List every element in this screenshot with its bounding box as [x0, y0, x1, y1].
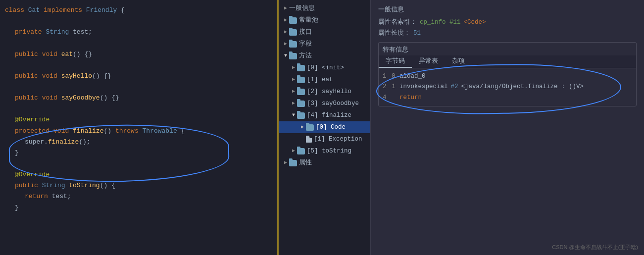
code-line [0, 16, 277, 27]
expand-arrow: ▶ [290, 148, 297, 154]
tree-item-interface[interactable]: ▶ 接口 [279, 26, 370, 38]
code-line: } [0, 148, 277, 158]
plain: () {} [100, 93, 119, 103]
bc-line-num: 4 [383, 93, 389, 103]
annotation: @Override [15, 170, 50, 180]
tab-exception-table[interactable]: 异常表 [412, 55, 445, 68]
tree-item-code[interactable]: ▶ [0] Code [279, 121, 370, 133]
bc-comment: <java/lang/Object.finalize : ()V> [461, 82, 584, 92]
attr-index-code: <Code> [464, 19, 486, 26]
tree-item-sayhello[interactable]: ▶ [2] sayHello [279, 86, 370, 98]
tree-item-methods[interactable]: ▼ 方法 [279, 50, 370, 62]
method-name: sayGoodbye [61, 93, 100, 103]
expand-arrow: ▶ [282, 5, 289, 12]
tree-item-label: 属性 [299, 158, 312, 168]
plain: { [117, 5, 125, 15]
tree-item-exception[interactable]: [1] Exception [279, 133, 370, 145]
keyword: implements [44, 5, 82, 15]
code-line [0, 103, 277, 114]
yellow-bar [277, 0, 279, 255]
bc-line-num: 1 [383, 71, 389, 82]
bc-instr: invokespecial [399, 82, 448, 92]
tree-item-label: 方法 [299, 51, 312, 61]
special-title: 特有信息 [379, 43, 636, 55]
tab-misc[interactable]: 杂项 [445, 55, 472, 68]
code-line: @Override [0, 169, 277, 180]
bc-offset: 0 [392, 71, 396, 82]
tree-item-init[interactable]: ▶ [0] <init> [279, 62, 370, 74]
code-line [0, 38, 277, 49]
expand-arrow: ▶ [299, 124, 306, 131]
keyword: public [15, 181, 38, 191]
watermark: CSDN @生命不息战斗不止(王子晗) [552, 244, 638, 251]
code-line: private String test; [0, 27, 277, 38]
method-name: eat [61, 50, 73, 59]
plain: () { [100, 181, 115, 191]
plain: (); [79, 137, 90, 147]
tree-item-label: 常量池 [299, 15, 318, 25]
method-name: finalize [73, 126, 103, 136]
plain [38, 93, 42, 103]
keyword: throws [115, 126, 139, 136]
plain: { [177, 126, 185, 136]
folder-icon [289, 41, 297, 48]
code-line: } [0, 203, 277, 213]
tab-bytecode[interactable]: 字节码 [379, 55, 412, 68]
type: String [42, 181, 65, 191]
tree-item-attrs[interactable]: ▶ 属性 [279, 157, 370, 169]
plain [42, 27, 46, 37]
keyword: void [42, 50, 57, 59]
plain: () {} [92, 71, 111, 81]
plain [57, 93, 61, 103]
expand-arrow: ▶ [290, 64, 297, 71]
attr-len-label: 属性长度： [378, 29, 410, 37]
bc-ref: #2 [451, 82, 458, 92]
expand-arrow: ▶ [282, 41, 289, 48]
plain [69, 126, 73, 136]
plain: } [15, 148, 19, 158]
attr-len-row: 属性长度： 51 [378, 29, 637, 37]
tree-item-tostring[interactable]: ▶ [5] toString [279, 145, 370, 157]
expand-arrow [299, 136, 306, 143]
plain: } [15, 203, 19, 213]
tree-item-label: [0] <init> [307, 63, 344, 73]
expand-arrow: ▶ [290, 100, 297, 107]
tree-item-eat[interactable]: ▶ [1] eat [279, 74, 370, 86]
tree-item-label: [4] finalize [307, 110, 351, 120]
section-title: 一般信息 [378, 5, 637, 14]
plain [82, 5, 86, 15]
bc-instr: aload_0 [399, 71, 426, 82]
tree-item-finalize[interactable]: ▼ [4] finalize [279, 109, 370, 121]
tree-item-label: [3] sayGoodbye [307, 99, 359, 108]
code-line: public void sayGoodbye() {} [0, 93, 277, 103]
folder-icon [306, 124, 314, 131]
expand-arrow-open: ▼ [290, 112, 297, 119]
tree-item-fields[interactable]: ▶ 字段 [279, 38, 370, 50]
plain: test; [69, 27, 92, 37]
keyword: void [53, 126, 69, 136]
method-name: toString [69, 181, 99, 191]
tree-item-label: 一般信息 [289, 3, 315, 13]
tree-item-general-info[interactable]: ▶ 一般信息 [279, 2, 370, 14]
code-line: class Cat implements Friendly { [0, 5, 277, 16]
expand-arrow: ▶ [282, 29, 289, 36]
tree-item-label: 字段 [299, 39, 312, 49]
attr-len-value: 51 [413, 30, 421, 37]
bytecode-line-1: 1 0 aload_0 [383, 71, 632, 82]
keyword: void [42, 93, 57, 103]
tree-item-label: [2] sayHello [307, 87, 351, 97]
file-icon [306, 136, 312, 143]
folder-icon [289, 17, 297, 24]
folder-icon [297, 112, 305, 119]
tree-item-saygoodbye[interactable]: ▶ [3] sayGoodbye [279, 98, 370, 109]
tree-panel: ▶ 一般信息 ▶ 常量池 ▶ 接口 ▶ 字段 ▼ 方法 ▶ [0] <init>… [279, 0, 371, 255]
code-line: public void sayHello() {} [0, 71, 277, 82]
bytecode-line-4: 4 return [383, 93, 632, 103]
code-line: public void eat() {} [0, 49, 277, 60]
tree-item-const-pool[interactable]: ▶ 常量池 [279, 14, 370, 26]
method-name: sayHello [61, 71, 92, 81]
annotation: @Override [15, 115, 50, 125]
plain [139, 126, 143, 136]
code-line: @Override [0, 114, 277, 125]
folder-icon [297, 65, 305, 71]
